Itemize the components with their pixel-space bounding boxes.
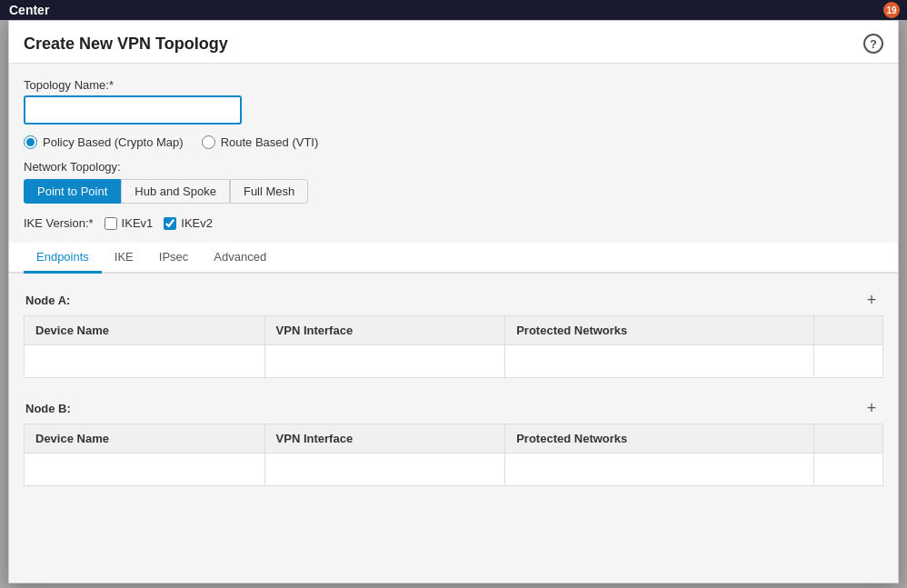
- network-topology-row: Network Topology: Point to Point Hub and…: [24, 160, 883, 204]
- topology-name-row: Topology Name:*: [24, 78, 883, 125]
- node-b-add-button[interactable]: +: [862, 398, 882, 418]
- topology-type-group: Policy Based (Crypto Map) Route Based (V…: [24, 135, 883, 149]
- node-a-empty-row: [25, 345, 883, 378]
- endpoints-content: Node A: + Device Name VPN Interface Prot…: [24, 274, 883, 486]
- policy-based-radio[interactable]: [24, 135, 37, 149]
- hub-and-spoke-button[interactable]: Hub and Spoke: [121, 179, 230, 204]
- ikev1-checkbox-item[interactable]: IKEv1: [105, 216, 154, 230]
- route-based-label: Route Based (VTI): [221, 135, 319, 149]
- network-topology-label: Network Topology:: [24, 160, 883, 174]
- node-a-table: Device Name VPN Interface Protected Netw…: [24, 315, 883, 378]
- node-b-vpn-cell: [264, 453, 505, 486]
- node-b-col-protected: Protected Networks: [505, 424, 814, 453]
- route-based-radio-item[interactable]: Route Based (VTI): [202, 135, 319, 149]
- point-to-point-button[interactable]: Point to Point: [24, 179, 121, 204]
- node-a-col-actions: [814, 316, 883, 345]
- full-mesh-button[interactable]: Full Mesh: [230, 179, 308, 204]
- node-b-col-actions: [814, 424, 883, 453]
- node-a-add-button[interactable]: +: [862, 290, 882, 310]
- modal-header: Create New VPN Topology ?: [9, 21, 898, 64]
- ikev2-label: IKEv2: [181, 216, 213, 230]
- modal-title: Create New VPN Topology: [24, 35, 228, 54]
- ikev2-checkbox[interactable]: [164, 217, 176, 230]
- policy-based-radio-item[interactable]: Policy Based (Crypto Map): [24, 135, 184, 149]
- node-a-header: Node A: +: [24, 284, 883, 315]
- node-b-col-vpn: VPN Interface: [264, 424, 505, 453]
- ike-version-label: IKE Version:*: [24, 216, 94, 230]
- node-b-empty-row: [25, 453, 883, 486]
- node-a-vpn-cell: [264, 345, 505, 378]
- ikev1-label: IKEv1: [122, 216, 154, 230]
- topology-buttons-group: Point to Point Hub and Spoke Full Mesh: [24, 179, 883, 204]
- node-b-label: Node B:: [25, 402, 71, 415]
- node-a-col-device: Device Name: [25, 316, 265, 345]
- node-b-actions-cell: [814, 453, 883, 486]
- tab-ike[interactable]: IKE: [102, 243, 146, 274]
- node-a-actions-cell: [814, 345, 883, 378]
- topology-name-label: Topology Name:*: [24, 78, 883, 92]
- node-b-header: Node B: +: [24, 393, 883, 424]
- tab-ipsec[interactable]: IPsec: [146, 243, 202, 274]
- topology-name-input[interactable]: [24, 95, 242, 125]
- node-a-col-protected: Protected Networks: [505, 316, 814, 345]
- node-a-device-cell: [25, 345, 265, 378]
- help-icon[interactable]: ?: [863, 34, 883, 54]
- node-a-protected-cell: [505, 345, 814, 378]
- ikev1-checkbox[interactable]: [105, 217, 117, 230]
- node-b-section: Node B: + Device Name VPN Interface Prot…: [24, 393, 883, 486]
- policy-based-label: Policy Based (Crypto Map): [43, 135, 184, 149]
- ike-version-row: IKE Version:* IKEv1 IKEv2: [24, 216, 883, 230]
- tab-advanced[interactable]: Advanced: [201, 243, 279, 274]
- notification-badge: 19: [883, 2, 900, 18]
- app-title: Center: [9, 3, 49, 17]
- tabs-bar: Endpoints IKE IPsec Advanced: [9, 243, 898, 274]
- node-a-section: Node A: + Device Name VPN Interface Prot…: [24, 284, 883, 378]
- route-based-radio[interactable]: [202, 135, 215, 149]
- node-b-col-device: Device Name: [25, 424, 265, 453]
- node-b-table: Device Name VPN Interface Protected Netw…: [24, 424, 883, 486]
- node-a-label: Node A:: [25, 294, 70, 307]
- ikev2-checkbox-item[interactable]: IKEv2: [164, 216, 213, 230]
- node-b-protected-cell: [505, 453, 814, 486]
- node-b-device-cell: [25, 453, 265, 486]
- create-vpn-modal: Create New VPN Topology ? Topology Name:…: [8, 20, 899, 583]
- tab-endpoints[interactable]: Endpoints: [24, 243, 102, 274]
- form-section: Topology Name:* Policy Based (Crypto Map…: [24, 78, 883, 274]
- modal-body: Topology Name:* Policy Based (Crypto Map…: [9, 64, 898, 583]
- node-a-col-vpn: VPN Interface: [264, 316, 505, 345]
